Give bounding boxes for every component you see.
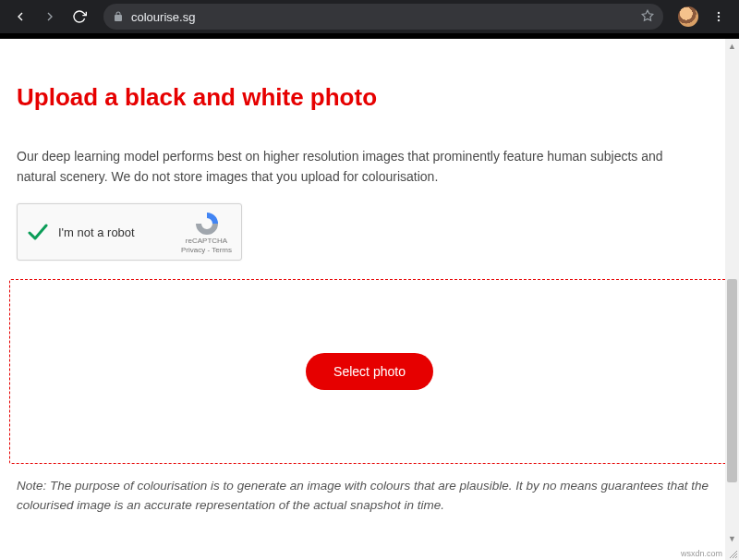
svg-marker-0: [642, 10, 653, 20]
profile-avatar[interactable]: [678, 6, 698, 27]
watermark-text: wsxdn.com: [681, 549, 722, 558]
upload-dropzone[interactable]: Select photo: [9, 279, 730, 464]
url-text: colourise.sg: [131, 10, 634, 24]
reload-button[interactable]: [67, 4, 92, 30]
lock-icon: [113, 11, 124, 22]
recaptcha-legal-text: Privacy - Terms: [181, 246, 232, 255]
resize-grip-icon[interactable]: [725, 545, 739, 560]
kebab-menu-icon[interactable]: [706, 10, 732, 23]
disclaimer-note: Note: The purpose of colourisation is to…: [17, 477, 719, 516]
svg-point-1: [718, 12, 720, 14]
back-button[interactable]: [7, 4, 33, 30]
scrollbar-thumb[interactable]: [727, 279, 737, 482]
page-title: Upload a black and white photo: [17, 83, 722, 112]
svg-point-2: [718, 16, 720, 18]
bookmark-star-icon[interactable]: [641, 9, 654, 25]
recaptcha-label: I'm not a robot: [58, 225, 172, 239]
scroll-down-icon[interactable]: ▼: [725, 531, 739, 545]
recaptcha-checkmark-icon: [27, 221, 49, 243]
recaptcha-logo-icon: [193, 210, 221, 236]
vertical-scrollbar[interactable]: ▲ ▼: [725, 39, 739, 545]
browser-toolbar: colourise.sg: [0, 0, 739, 33]
recaptcha-branding: reCAPTCHA Privacy - Terms: [181, 210, 232, 254]
viewport: Upload a black and white photo Our deep …: [0, 39, 739, 560]
page-content: Upload a black and white photo Our deep …: [0, 39, 739, 534]
svg-point-3: [718, 19, 720, 21]
address-bar[interactable]: colourise.sg: [103, 4, 663, 30]
forward-button[interactable]: [37, 4, 63, 30]
scroll-up-icon[interactable]: ▲: [725, 39, 739, 53]
recaptcha-widget[interactable]: I'm not a robot reCAPTCHA Privacy - Term…: [17, 203, 242, 261]
recaptcha-brand-text: reCAPTCHA: [181, 237, 232, 246]
select-photo-button[interactable]: Select photo: [306, 353, 433, 390]
page-description: Our deep learning model performs best on…: [17, 147, 700, 187]
